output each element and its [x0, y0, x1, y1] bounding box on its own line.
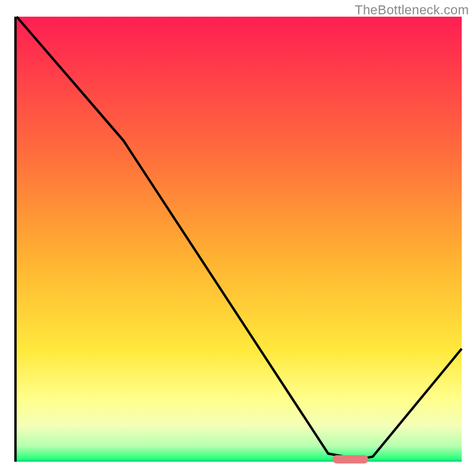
bottleneck-curve	[17, 17, 462, 459]
curve-layer	[17, 17, 462, 459]
plot-area	[14, 17, 462, 462]
chart-canvas: TheBottleneck.com	[0, 0, 476, 476]
optimal-range-marker	[333, 455, 368, 464]
watermark-text: TheBottleneck.com	[355, 2, 469, 18]
